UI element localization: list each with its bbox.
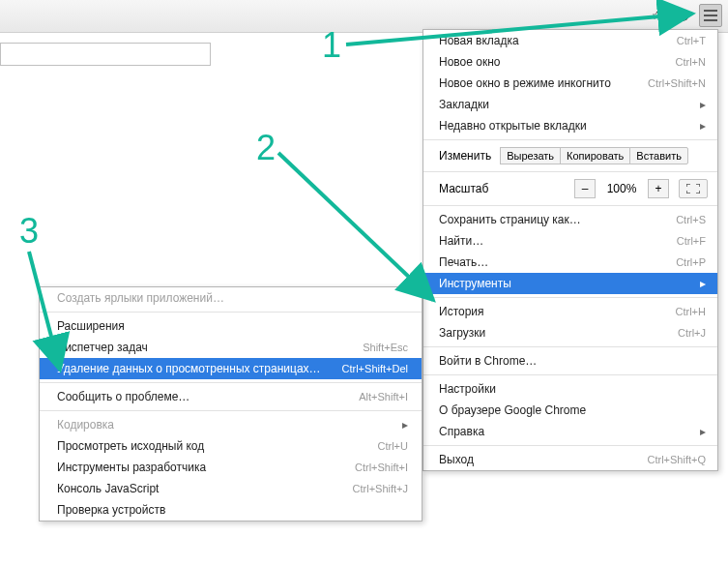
fullscreen-icon (686, 184, 700, 194)
submenu-item-dev-tools[interactable]: Инструменты разработчика Ctrl+Shift+I (40, 457, 422, 478)
menu-label: Просмотреть исходный код (57, 439, 378, 453)
menu-item-find[interactable]: Найти… Ctrl+F (423, 230, 717, 252)
submenu-item-report-issue[interactable]: Сообщить о проблеме… Alt+Shift+I (40, 386, 422, 407)
submenu-item-js-console[interactable]: Консоль JavaScript Ctrl+Shift+J (40, 478, 422, 499)
menu-shortcut: Ctrl+N (676, 56, 706, 68)
menu-item-bookmarks[interactable]: Закладки ▸ (423, 94, 717, 115)
menu-item-history[interactable]: История Ctrl+H (423, 301, 717, 322)
menu-label: Новое окно в режиме инкогнито (439, 76, 648, 90)
svg-line-4 (278, 153, 433, 300)
menu-separator (423, 374, 717, 375)
chevron-right-icon: ▸ (696, 119, 706, 133)
search-input[interactable] (0, 43, 211, 66)
menu-label: Масштаб (439, 182, 568, 195)
menu-shortcut: Ctrl+H (676, 306, 706, 317)
menu-item-print[interactable]: Печать… Ctrl+P (423, 252, 717, 273)
paste-button[interactable]: Вставить (629, 147, 688, 164)
hamburger-icon (704, 10, 717, 21)
chevron-right-icon: ▸ (398, 418, 408, 432)
submenu-item-extensions[interactable]: Расширения (40, 315, 422, 337)
menu-item-save-page[interactable]: Сохранить страницу как… Ctrl+S (423, 209, 717, 230)
menu-shortcut: Ctrl+Shift+Q (647, 454, 706, 465)
menu-label: Кодировка (57, 418, 398, 432)
menu-shortcut: Ctrl+Shift+J (353, 483, 408, 494)
menu-label: Новая вкладка (439, 34, 677, 47)
chevron-right-icon: ▸ (696, 277, 706, 290)
menu-label: Создать ярлыки приложений… (57, 291, 408, 305)
menu-item-new-tab[interactable]: Новая вкладка Ctrl+T (423, 30, 717, 51)
submenu-item-view-source[interactable]: Просмотреть исходный код Ctrl+U (40, 435, 422, 457)
tools-submenu: Создать ярлыки приложений… Расширения Ди… (39, 286, 422, 521)
menu-item-tools[interactable]: Инструменты ▸ (423, 273, 717, 294)
svg-rect-0 (704, 10, 717, 12)
annotation-1: 1 (322, 25, 341, 66)
menu-separator (423, 205, 717, 206)
menu-label: Настройки (439, 382, 706, 396)
menu-label: Загрузки (439, 326, 678, 340)
menu-item-settings[interactable]: Настройки (423, 378, 717, 400)
zoom-in-button[interactable]: + (648, 179, 669, 198)
zoom-out-button[interactable]: – (574, 179, 596, 198)
copy-button[interactable]: Копировать (560, 147, 630, 164)
svg-rect-2 (704, 19, 717, 21)
svg-rect-1 (704, 15, 717, 16)
menu-label: Выход (439, 453, 647, 466)
menu-item-help[interactable]: Справка ▸ (423, 421, 717, 442)
menu-label: Удаление данных о просмотренных страница… (57, 362, 342, 375)
bookmark-star-icon[interactable]: ☆ (645, 4, 668, 27)
menu-separator (40, 312, 422, 313)
menu-item-incognito[interactable]: Новое окно в режиме инкогнито Ctrl+Shift… (423, 73, 717, 94)
submenu-item-inspect-devices[interactable]: Проверка устройств (40, 499, 422, 521)
menu-label: Справка (439, 425, 696, 438)
menu-separator (423, 445, 717, 446)
menu-item-recent-tabs[interactable]: Недавно открытые вкладки ▸ (423, 115, 717, 136)
chevron-right-icon: ▸ (696, 98, 706, 111)
menu-item-sign-in[interactable]: Войти в Chrome… (423, 350, 717, 372)
menu-shortcut: Ctrl+Shift+N (648, 77, 706, 89)
star-icon: ☆ (652, 9, 662, 22)
annotation-2: 2 (256, 128, 276, 168)
menu-item-about[interactable]: О браузере Google Chrome (423, 400, 717, 421)
menu-item-downloads[interactable]: Загрузки Ctrl+J (423, 322, 717, 343)
menu-separator (423, 171, 717, 172)
menu-separator (423, 297, 717, 298)
menu-label: Консоль JavaScript (57, 482, 353, 495)
menu-label: Сообщить о проблеме… (57, 390, 359, 403)
menu-edit-row: Изменить Вырезать Копировать Вставить (423, 143, 717, 168)
menu-shortcut: Ctrl+P (676, 256, 706, 268)
menu-label: Войти в Chrome… (439, 354, 706, 368)
main-menu: Новая вкладка Ctrl+T Новое окно Ctrl+N Н… (422, 29, 718, 471)
menu-label: История (439, 305, 676, 318)
menu-label: Изменить (439, 149, 491, 163)
fullscreen-button[interactable] (679, 179, 708, 198)
menu-item-new-window[interactable]: Новое окно Ctrl+N (423, 51, 717, 73)
menu-item-exit[interactable]: Выход Ctrl+Shift+Q (423, 449, 717, 470)
menu-shortcut: Ctrl+F (677, 235, 706, 247)
menu-label: Сохранить страницу как… (439, 213, 676, 226)
menu-shortcut: Shift+Esc (363, 342, 408, 353)
menu-label: Закладки (439, 98, 696, 111)
menu-shortcut: Ctrl+Shift+I (355, 462, 408, 473)
menu-separator (423, 346, 717, 347)
circle-icon: ◐ (679, 9, 688, 22)
menu-shortcut: Ctrl+Shift+Del (342, 363, 408, 374)
submenu-item-encoding[interactable]: Кодировка ▸ (40, 414, 422, 435)
menu-label: Инструменты разработчика (57, 461, 355, 474)
menu-label: Расширения (57, 319, 408, 333)
extension-icon[interactable]: ◐ (672, 4, 695, 27)
main-menu-button[interactable] (699, 4, 722, 27)
menu-zoom-row: Масштаб – 100% + (423, 175, 717, 202)
menu-shortcut: Alt+Shift+I (359, 391, 408, 402)
submenu-item-create-shortcuts[interactable]: Создать ярлыки приложений… (40, 287, 422, 309)
menu-shortcut: Ctrl+S (676, 214, 706, 225)
submenu-item-task-manager[interactable]: Диспетчер задач Shift+Esc (40, 337, 422, 358)
menu-label: Печать… (439, 255, 676, 269)
menu-separator (40, 382, 422, 383)
menu-label: Проверка устройств (57, 503, 408, 517)
menu-separator (40, 410, 422, 411)
menu-label: Инструменты (439, 277, 696, 290)
cut-button[interactable]: Вырезать (500, 147, 561, 164)
submenu-item-clear-browsing-data[interactable]: Удаление данных о просмотренных страница… (40, 358, 422, 379)
menu-label: Найти… (439, 234, 677, 248)
annotation-3: 3 (19, 211, 39, 252)
